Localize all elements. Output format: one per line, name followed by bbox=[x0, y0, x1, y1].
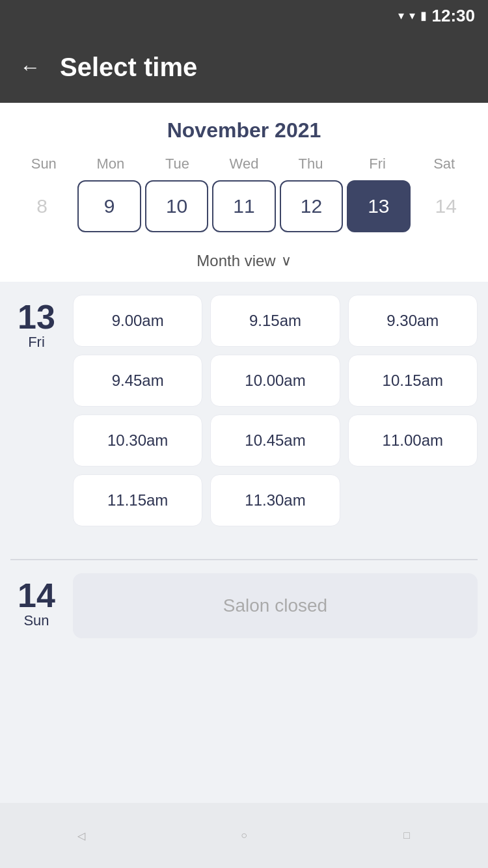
header: ← Select time bbox=[0, 31, 488, 103]
time-slot-915am[interactable]: 9.15am bbox=[210, 295, 340, 347]
weekday-fri: Fri bbox=[344, 156, 411, 172]
weekday-tue: Tue bbox=[144, 156, 211, 172]
signal-icon: ▾ bbox=[409, 8, 415, 23]
time-slot-1130am[interactable]: 11.30am bbox=[210, 474, 340, 526]
time-slot-1015am[interactable]: 10.15am bbox=[348, 355, 478, 407]
time-slot-930am[interactable]: 9.30am bbox=[348, 295, 478, 347]
back-nav-icon: ◁ bbox=[77, 830, 85, 842]
wifi-icon: ▾ bbox=[398, 8, 404, 23]
weekday-wed: Wed bbox=[211, 156, 278, 172]
back-button[interactable]: ← bbox=[20, 55, 40, 79]
time-slot-1030am[interactable]: 10.30am bbox=[73, 414, 202, 467]
nav-home-button[interactable]: ○ bbox=[224, 816, 264, 855]
day-label-13: 13 Fri bbox=[10, 295, 62, 526]
time-slot-1115am[interactable]: 11.15am bbox=[73, 474, 202, 526]
battery-icon: ▮ bbox=[420, 8, 427, 23]
weekday-thu: Thu bbox=[277, 156, 344, 172]
section-divider bbox=[10, 559, 478, 560]
day-13[interactable]: 13 bbox=[347, 180, 410, 232]
day-block-14: 14 Sun Salon closed bbox=[10, 573, 478, 638]
day-label-14: 14 Sun bbox=[10, 573, 62, 638]
time-section-13: 13 Fri 9.00am 9.15am 9.30am 9.45am 10.00… bbox=[0, 282, 488, 552]
nav-bar: ◁ ○ □ bbox=[0, 803, 488, 868]
day-block-13: 13 Fri 9.00am 9.15am 9.30am 9.45am 10.00… bbox=[10, 295, 478, 526]
status-time: 12:30 bbox=[432, 6, 476, 26]
time-slot-900am[interactable]: 9.00am bbox=[73, 295, 202, 347]
calendar-section: November 2021 Sun Mon Tue Wed Thu Fri Sa… bbox=[0, 103, 488, 282]
day-number-14: 14 bbox=[18, 578, 55, 612]
weekdays-row: Sun Mon Tue Wed Thu Fri Sat bbox=[10, 156, 478, 172]
weekday-sun: Sun bbox=[10, 156, 77, 172]
weekday-mon: Mon bbox=[77, 156, 144, 172]
time-slot-945am[interactable]: 9.45am bbox=[73, 355, 202, 407]
month-title: November 2021 bbox=[10, 118, 478, 142]
time-grid-13: 9.00am 9.15am 9.30am 9.45am 10.00am 10.1… bbox=[73, 295, 478, 526]
salon-closed-message: Salon closed bbox=[73, 573, 478, 638]
day-10[interactable]: 10 bbox=[145, 180, 208, 232]
month-view-label: Month view bbox=[197, 252, 275, 270]
day-12[interactable]: 12 bbox=[280, 180, 343, 232]
day-name-14: Sun bbox=[23, 612, 49, 629]
day-8[interactable]: 8 bbox=[10, 180, 74, 232]
weekday-sat: Sat bbox=[411, 156, 478, 172]
chevron-down-icon: ∨ bbox=[281, 252, 291, 269]
day-14[interactable]: 14 bbox=[414, 180, 478, 232]
status-icons: ▾ ▾ ▮ 12:30 bbox=[398, 6, 476, 26]
day-9[interactable]: 9 bbox=[77, 180, 141, 232]
time-slot-1100am[interactable]: 11.00am bbox=[348, 414, 478, 467]
status-bar: ▾ ▾ ▮ 12:30 bbox=[0, 0, 488, 31]
recents-nav-icon: □ bbox=[403, 830, 410, 841]
time-slot-1045am[interactable]: 10.45am bbox=[210, 414, 340, 467]
day-name-13: Fri bbox=[28, 334, 45, 351]
days-row: 8 9 10 11 12 13 14 bbox=[10, 180, 478, 232]
page-title: Select time bbox=[60, 53, 197, 82]
day-number-13: 13 bbox=[18, 300, 55, 334]
home-nav-icon: ○ bbox=[241, 830, 247, 841]
day-11[interactable]: 11 bbox=[212, 180, 275, 232]
nav-back-button[interactable]: ◁ bbox=[62, 816, 101, 855]
month-view-toggle[interactable]: Month view ∨ bbox=[10, 243, 478, 282]
nav-recents-button[interactable]: □ bbox=[387, 816, 426, 855]
time-slot-1000am[interactable]: 10.00am bbox=[210, 355, 340, 407]
